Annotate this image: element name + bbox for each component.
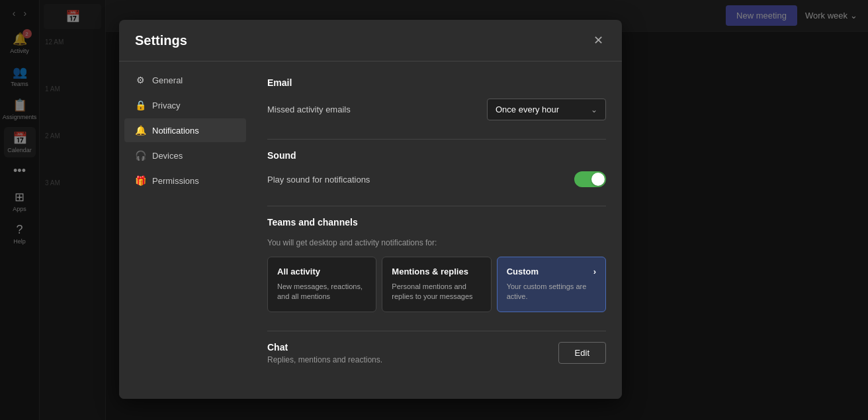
teams-channels-title: Teams and channels bbox=[267, 217, 606, 228]
channel-cards-row: All activity New messages, reactions, an… bbox=[267, 257, 606, 312]
nav-label-devices: Devices bbox=[152, 151, 183, 161]
divider-1 bbox=[267, 139, 606, 140]
nav-label-notifications: Notifications bbox=[152, 126, 199, 136]
settings-nav-general[interactable]: ⚙ General bbox=[124, 68, 246, 92]
channel-card-desc-custom: Your custom settings are active. bbox=[507, 282, 596, 302]
settings-nav: ⚙ General 🔒 Privacy 🔔 Notifications 🎧 De… bbox=[119, 62, 251, 399]
settings-nav-permissions[interactable]: 🎁 Permissions bbox=[124, 169, 246, 192]
teams-channels-section: Teams and channels You will get desktop … bbox=[267, 217, 606, 312]
modal-body: ⚙ General 🔒 Privacy 🔔 Notifications 🎧 De… bbox=[119, 62, 622, 399]
bell-icon: 🔔 bbox=[135, 125, 146, 136]
toggle-track bbox=[574, 171, 606, 187]
nav-label-privacy: Privacy bbox=[152, 101, 181, 110]
email-frequency-dropdown[interactable]: Once every hour ⌄ bbox=[487, 99, 606, 120]
email-section-title: Email bbox=[267, 77, 606, 88]
sound-section: Sound Play sound for notifications bbox=[267, 150, 606, 187]
modal-close-button[interactable]: ✕ bbox=[591, 30, 606, 50]
chat-info: Chat Replies, mentions and reactions. bbox=[267, 342, 382, 364]
play-sound-toggle[interactable] bbox=[574, 171, 606, 187]
email-section: Email Missed activity emails Once every … bbox=[267, 77, 606, 120]
settings-nav-devices[interactable]: 🎧 Devices bbox=[124, 144, 246, 167]
settings-nav-privacy[interactable]: 🔒 Privacy bbox=[124, 93, 246, 117]
play-sound-label: Play sound for notifications bbox=[267, 175, 370, 185]
email-frequency-value: Once every hour bbox=[496, 105, 559, 114]
divider-3 bbox=[267, 331, 606, 331]
channel-card-title-mentions: Mentions & replies bbox=[392, 267, 481, 276]
dropdown-chevron-icon: ⌄ bbox=[591, 105, 597, 114]
nav-label-permissions: Permissions bbox=[152, 176, 199, 186]
divider-2 bbox=[267, 206, 606, 206]
chat-row: Chat Replies, mentions and reactions. Ed… bbox=[267, 342, 606, 364]
modal-title: Settings bbox=[135, 33, 187, 48]
chat-edit-button[interactable]: Edit bbox=[558, 342, 606, 364]
sound-section-title: Sound bbox=[267, 150, 606, 161]
teams-channels-description: You will get desktop and activity notifi… bbox=[267, 238, 606, 247]
gear-icon: ⚙ bbox=[135, 75, 146, 85]
gift-icon: 🎁 bbox=[135, 175, 146, 186]
modal-header: Settings ✕ bbox=[119, 20, 622, 62]
lock-icon: 🔒 bbox=[135, 100, 146, 110]
channel-card-title-custom: Custom › bbox=[507, 267, 596, 276]
channel-card-title-all-activity: All activity bbox=[277, 267, 367, 276]
settings-content: Email Missed activity emails Once every … bbox=[251, 62, 622, 399]
settings-nav-notifications[interactable]: 🔔 Notifications bbox=[124, 118, 246, 142]
nav-label-general: General bbox=[152, 75, 183, 85]
chat-description: Replies, mentions and reactions. bbox=[267, 355, 382, 364]
chat-title: Chat bbox=[267, 342, 382, 353]
missed-activity-row: Missed activity emails Once every hour ⌄ bbox=[267, 99, 606, 120]
channel-card-mentions-replies[interactable]: Mentions & replies Personal mentions and… bbox=[382, 257, 491, 312]
toggle-thumb bbox=[591, 173, 605, 186]
channel-card-desc-mentions: Personal mentions and replies to your me… bbox=[392, 282, 481, 302]
missed-activity-label: Missed activity emails bbox=[267, 105, 351, 114]
chevron-right-icon: › bbox=[593, 267, 596, 276]
headset-icon: 🎧 bbox=[135, 150, 146, 161]
settings-modal: Settings ✕ ⚙ General 🔒 Privacy 🔔 bbox=[119, 20, 622, 399]
channel-card-desc-all-activity: New messages, reactions, and all mention… bbox=[277, 282, 367, 302]
play-sound-row: Play sound for notifications bbox=[267, 171, 606, 187]
channel-card-custom[interactable]: Custom › Your custom settings are active… bbox=[497, 257, 606, 312]
chat-section: Chat Replies, mentions and reactions. Ed… bbox=[267, 342, 606, 364]
channel-card-all-activity[interactable]: All activity New messages, reactions, an… bbox=[267, 257, 376, 312]
modal-overlay: Settings ✕ ⚙ General 🔒 Privacy 🔔 bbox=[0, 0, 868, 420]
